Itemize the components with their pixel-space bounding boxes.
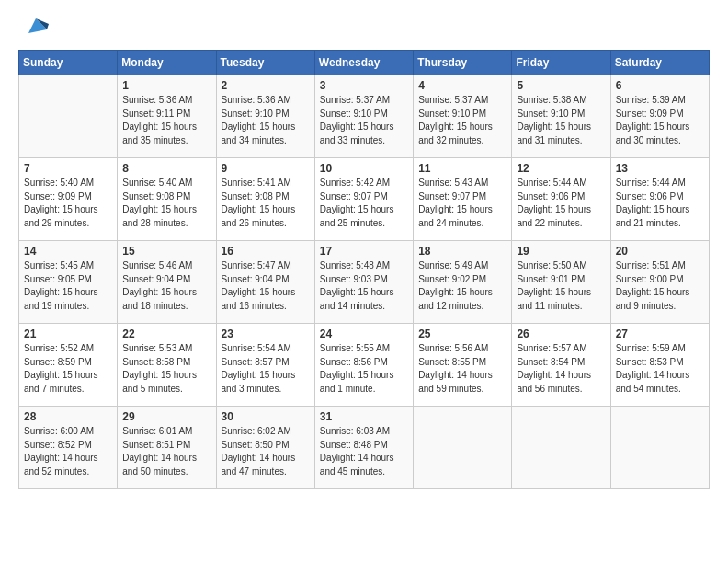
day-number: 17 [320, 245, 408, 258]
day-number: 3 [320, 79, 408, 92]
calendar-cell: 2Sunrise: 5:36 AM Sunset: 9:10 PM Daylig… [216, 75, 314, 158]
day-number: 19 [517, 245, 605, 258]
day-number: 12 [517, 162, 605, 175]
day-number: 28 [24, 410, 112, 423]
cell-content: Sunrise: 5:38 AM Sunset: 9:10 PM Dayligh… [517, 94, 605, 147]
cell-content: Sunrise: 5:50 AM Sunset: 9:01 PM Dayligh… [517, 259, 605, 313]
calendar-cell [610, 407, 709, 489]
day-number: 15 [122, 245, 210, 258]
calendar-week-1: 1Sunrise: 5:36 AM Sunset: 9:11 PM Daylig… [19, 75, 710, 158]
day-number: 9 [222, 162, 310, 175]
calendar-cell: 20Sunrise: 5:51 AM Sunset: 9:00 PM Dayli… [610, 241, 709, 324]
calendar-cell [19, 75, 118, 158]
cell-content: Sunrise: 6:03 AM Sunset: 8:48 PM Dayligh… [320, 425, 408, 478]
day-number: 29 [122, 410, 210, 423]
day-number: 16 [222, 245, 310, 258]
cell-content: Sunrise: 5:59 AM Sunset: 8:53 PM Dayligh… [616, 342, 704, 396]
cell-content: Sunrise: 6:00 AM Sunset: 8:52 PM Dayligh… [24, 425, 112, 478]
calendar-cell: 11Sunrise: 5:43 AM Sunset: 9:07 PM Dayli… [414, 158, 512, 241]
day-number: 23 [222, 327, 310, 340]
cell-content: Sunrise: 6:02 AM Sunset: 8:50 PM Dayligh… [222, 425, 310, 478]
cell-content: Sunrise: 5:56 AM Sunset: 8:55 PM Dayligh… [418, 342, 506, 396]
calendar-cell: 6Sunrise: 5:39 AM Sunset: 9:09 PM Daylig… [610, 75, 709, 158]
day-header-sunday: Sunday [19, 51, 118, 75]
day-number: 30 [222, 410, 310, 423]
cell-content: Sunrise: 5:40 AM Sunset: 9:09 PM Dayligh… [24, 177, 112, 230]
calendar-cell: 28Sunrise: 6:00 AM Sunset: 8:52 PM Dayli… [19, 407, 118, 489]
day-header-friday: Friday [512, 51, 610, 75]
day-header-tuesday: Tuesday [216, 51, 314, 75]
day-number: 11 [418, 162, 506, 175]
calendar-cell [414, 407, 512, 489]
day-header-monday: Monday [118, 51, 216, 75]
calendar-header [18, 18, 710, 40]
logo-icon [21, 11, 51, 40]
calendar-cell: 27Sunrise: 5:59 AM Sunset: 8:53 PM Dayli… [610, 324, 709, 407]
calendar-cell: 23Sunrise: 5:54 AM Sunset: 8:57 PM Dayli… [216, 324, 314, 407]
calendar-cell: 14Sunrise: 5:45 AM Sunset: 9:05 PM Dayli… [19, 241, 118, 324]
calendar-cell: 13Sunrise: 5:44 AM Sunset: 9:06 PM Dayli… [610, 158, 709, 241]
calendar-cell: 15Sunrise: 5:46 AM Sunset: 9:04 PM Dayli… [118, 241, 216, 324]
day-number: 6 [616, 79, 704, 92]
calendar-cell: 21Sunrise: 5:52 AM Sunset: 8:59 PM Dayli… [19, 324, 118, 407]
day-header-wednesday: Wednesday [314, 51, 413, 75]
day-number: 13 [616, 162, 704, 175]
cell-content: Sunrise: 5:45 AM Sunset: 9:05 PM Dayligh… [24, 259, 112, 313]
calendar-cell: 5Sunrise: 5:38 AM Sunset: 9:10 PM Daylig… [512, 75, 610, 158]
day-number: 22 [122, 327, 210, 340]
cell-content: Sunrise: 5:47 AM Sunset: 9:04 PM Dayligh… [222, 259, 310, 313]
cell-content: Sunrise: 5:48 AM Sunset: 9:03 PM Dayligh… [320, 259, 408, 313]
day-number: 4 [418, 79, 506, 92]
day-number: 31 [320, 410, 408, 423]
cell-content: Sunrise: 5:42 AM Sunset: 9:07 PM Dayligh… [320, 177, 408, 230]
day-number: 1 [122, 79, 210, 92]
day-number: 21 [24, 327, 112, 340]
calendar-cell: 30Sunrise: 6:02 AM Sunset: 8:50 PM Dayli… [216, 407, 314, 489]
cell-content: Sunrise: 5:39 AM Sunset: 9:09 PM Dayligh… [616, 94, 704, 147]
cell-content: Sunrise: 5:57 AM Sunset: 8:54 PM Dayligh… [517, 342, 605, 396]
calendar-cell: 18Sunrise: 5:49 AM Sunset: 9:02 PM Dayli… [414, 241, 512, 324]
cell-content: Sunrise: 5:43 AM Sunset: 9:07 PM Dayligh… [418, 177, 506, 230]
cell-content: Sunrise: 5:51 AM Sunset: 9:00 PM Dayligh… [616, 259, 704, 313]
cell-content: Sunrise: 5:37 AM Sunset: 9:10 PM Dayligh… [418, 94, 506, 147]
calendar-cell: 17Sunrise: 5:48 AM Sunset: 9:03 PM Dayli… [314, 241, 413, 324]
logo [18, 18, 51, 40]
cell-content: Sunrise: 5:36 AM Sunset: 9:11 PM Dayligh… [122, 94, 210, 147]
calendar-cell: 7Sunrise: 5:40 AM Sunset: 9:09 PM Daylig… [19, 158, 118, 241]
day-number: 8 [122, 162, 210, 175]
calendar-cell: 3Sunrise: 5:37 AM Sunset: 9:10 PM Daylig… [314, 75, 413, 158]
calendar-cell: 1Sunrise: 5:36 AM Sunset: 9:11 PM Daylig… [118, 75, 216, 158]
day-number: 7 [24, 162, 112, 175]
calendar-cell: 16Sunrise: 5:47 AM Sunset: 9:04 PM Dayli… [216, 241, 314, 324]
cell-content: Sunrise: 5:55 AM Sunset: 8:56 PM Dayligh… [320, 342, 408, 396]
cell-content: Sunrise: 5:54 AM Sunset: 8:57 PM Dayligh… [222, 342, 310, 396]
calendar-table: SundayMondayTuesdayWednesdayThursdayFrid… [18, 50, 710, 489]
cell-content: Sunrise: 5:41 AM Sunset: 9:08 PM Dayligh… [222, 177, 310, 230]
cell-content: Sunrise: 5:52 AM Sunset: 8:59 PM Dayligh… [24, 342, 112, 396]
calendar-cell: 19Sunrise: 5:50 AM Sunset: 9:01 PM Dayli… [512, 241, 610, 324]
calendar-cell: 4Sunrise: 5:37 AM Sunset: 9:10 PM Daylig… [414, 75, 512, 158]
day-number: 27 [616, 327, 704, 340]
calendar-cell: 26Sunrise: 5:57 AM Sunset: 8:54 PM Dayli… [512, 324, 610, 407]
day-number: 5 [517, 79, 605, 92]
cell-content: Sunrise: 6:01 AM Sunset: 8:51 PM Dayligh… [122, 425, 210, 478]
day-number: 26 [517, 327, 605, 340]
cell-content: Sunrise: 5:36 AM Sunset: 9:10 PM Dayligh… [222, 94, 310, 147]
cell-content: Sunrise: 5:37 AM Sunset: 9:10 PM Dayligh… [320, 94, 408, 147]
cell-content: Sunrise: 5:44 AM Sunset: 9:06 PM Dayligh… [616, 177, 704, 230]
cell-content: Sunrise: 5:53 AM Sunset: 8:58 PM Dayligh… [122, 342, 210, 396]
calendar-cell: 22Sunrise: 5:53 AM Sunset: 8:58 PM Dayli… [118, 324, 216, 407]
calendar-week-4: 21Sunrise: 5:52 AM Sunset: 8:59 PM Dayli… [19, 324, 710, 407]
calendar-cell [512, 407, 610, 489]
cell-content: Sunrise: 5:44 AM Sunset: 9:06 PM Dayligh… [517, 177, 605, 230]
calendar-cell: 9Sunrise: 5:41 AM Sunset: 9:08 PM Daylig… [216, 158, 314, 241]
calendar-week-5: 28Sunrise: 6:00 AM Sunset: 8:52 PM Dayli… [19, 407, 710, 489]
cell-content: Sunrise: 5:49 AM Sunset: 9:02 PM Dayligh… [418, 259, 506, 313]
calendar-cell: 29Sunrise: 6:01 AM Sunset: 8:51 PM Dayli… [118, 407, 216, 489]
day-header-thursday: Thursday [414, 51, 512, 75]
calendar-week-2: 7Sunrise: 5:40 AM Sunset: 9:09 PM Daylig… [19, 158, 710, 241]
day-header-saturday: Saturday [610, 51, 709, 75]
calendar-cell: 25Sunrise: 5:56 AM Sunset: 8:55 PM Dayli… [414, 324, 512, 407]
day-number: 24 [320, 327, 408, 340]
calendar-cell: 12Sunrise: 5:44 AM Sunset: 9:06 PM Dayli… [512, 158, 610, 241]
